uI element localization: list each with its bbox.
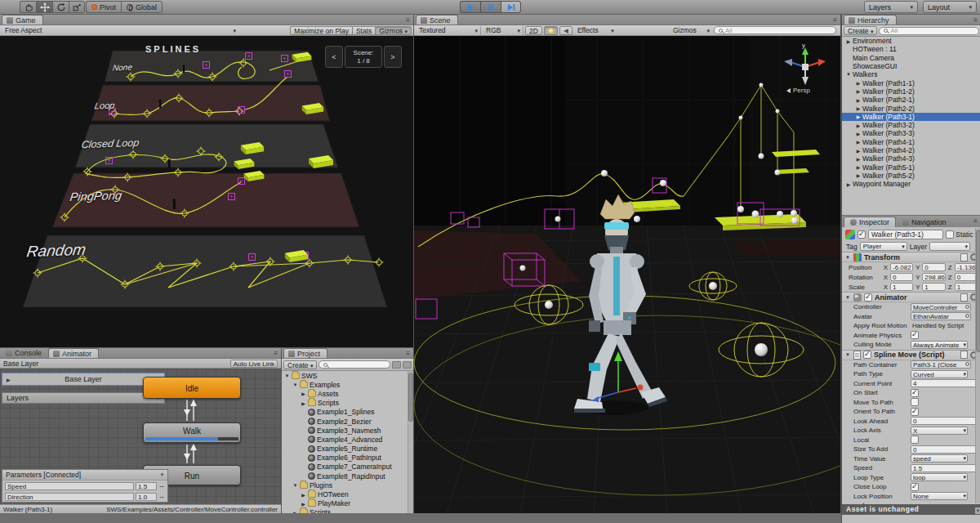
audio-toggle-button[interactable] — [559, 26, 572, 35]
hierarchy-item[interactable]: Walker (Path1-1) — [842, 78, 980, 87]
fold-arrow-icon[interactable] — [855, 114, 862, 119]
hierarchy-item[interactable]: Walker (Path3-3) — [842, 129, 980, 137]
hierarchy-item[interactable]: Walker (Path4-1) — [842, 138, 980, 146]
toggle-2d-button[interactable]: 2D — [525, 26, 542, 35]
fold-arrow-icon[interactable] — [855, 172, 862, 178]
layer-select[interactable] — [929, 242, 970, 251]
tab-hierarchy[interactable]: Hierarchy — [844, 15, 897, 25]
property-value[interactable]: EthanAvatar — [911, 312, 971, 320]
x-field[interactable]: 1 — [890, 283, 913, 291]
tab-project[interactable]: Project — [283, 348, 327, 358]
project-item[interactable]: Example3_Navmesh — [282, 426, 408, 435]
help-doc-icon[interactable] — [960, 293, 968, 302]
parameter-value-field[interactable]: 1.5 — [136, 482, 157, 490]
scrollbar-thumb[interactable] — [408, 373, 413, 422]
project-create-button[interactable]: Create ▾ — [283, 360, 317, 369]
spline-move-component-header[interactable]: ▼ Spline Move (Script) — [842, 350, 980, 360]
fold-arrow-icon[interactable] — [855, 123, 862, 128]
hierarchy-create-button[interactable]: Create ▾ — [844, 26, 877, 35]
panel-menu-icon[interactable]: ≡ — [973, 16, 978, 24]
hierarchy-item[interactable]: Walker (Path5-1) — [842, 163, 980, 171]
property-checkbox[interactable] — [911, 331, 919, 339]
hierarchy-item[interactable]: Walkers — [842, 70, 980, 78]
property-checkbox[interactable] — [911, 483, 919, 491]
hierarchy-search-input[interactable]: All — [879, 27, 979, 35]
scene-viewport[interactable]: y Persp — [414, 36, 840, 513]
pause-button[interactable] — [480, 1, 501, 13]
gizmos-button[interactable]: Gizmos ▾ — [375, 26, 412, 35]
tag-select[interactable]: Player — [860, 242, 907, 251]
fold-arrow-icon[interactable] — [845, 38, 852, 44]
static-checkbox[interactable] — [946, 230, 954, 239]
fold-arrow-icon[interactable] — [301, 391, 306, 396]
fold-arrow-icon[interactable] — [855, 148, 862, 154]
tab-game[interactable]: Game — [2, 15, 43, 25]
hierarchy-item[interactable]: Walker (Path1-2) — [842, 87, 980, 96]
property-value[interactable]: Curved — [911, 370, 968, 378]
add-parameter-button[interactable]: + — [160, 471, 164, 479]
tab-console[interactable]: Console — [2, 348, 48, 358]
hierarchy-item[interactable]: HOTween : 11 — [842, 45, 980, 53]
project-item[interactable]: HOTween — [282, 489, 408, 498]
next-scene-button[interactable]: > — [384, 46, 402, 68]
tab-navigation[interactable]: Navigation — [897, 217, 952, 227]
hierarchy-item[interactable]: Walker (Path4-2) — [842, 146, 980, 154]
hierarchy-item[interactable]: ShowcaseGUI — [842, 62, 980, 70]
fold-arrow-icon[interactable] — [855, 131, 862, 136]
scene-gizmos-dropdown[interactable]: Gizmos — [670, 26, 712, 35]
lighting-toggle-button[interactable] — [544, 26, 558, 35]
fold-arrow-icon[interactable] — [284, 373, 290, 378]
property-value[interactable]: speed — [911, 454, 968, 463]
aspect-dropdown[interactable]: Free Aspect — [2, 26, 238, 35]
panel-menu-icon[interactable]: ≡ — [833, 16, 837, 24]
fold-arrow-icon[interactable] — [301, 501, 306, 507]
breadcrumb[interactable]: Base Layer — [3, 360, 38, 368]
prev-scene-button[interactable]: < — [325, 46, 343, 68]
fold-arrow-icon[interactable] — [855, 156, 862, 162]
fold-arrow-icon[interactable]: ▼ — [845, 255, 851, 260]
state-node-walk[interactable]: Walk — [143, 422, 241, 443]
fold-arrow-icon[interactable] — [855, 164, 862, 170]
parameter-value-field[interactable]: 1.0 — [136, 493, 157, 501]
inspector-scrollbar[interactable] — [975, 228, 980, 503]
tab-scene[interactable]: Scene — [416, 15, 458, 25]
hierarchy-item[interactable]: Walker (Path2-2) — [842, 104, 980, 112]
project-item[interactable]: PlayMaker — [282, 499, 408, 508]
layout-dropdown[interactable]: Layout ▾ — [923, 1, 977, 13]
property-checkbox[interactable] — [911, 408, 919, 416]
fold-arrow-icon[interactable]: ▶ — [7, 377, 11, 382]
remove-parameter-button[interactable]: – — [158, 493, 165, 501]
animator-enabled-checkbox[interactable] — [864, 293, 872, 302]
search-by-type-icon[interactable] — [392, 361, 401, 369]
property-checkbox[interactable] — [911, 389, 919, 397]
property-checkbox[interactable] — [911, 436, 919, 444]
project-item[interactable]: Example4_Advanced — [282, 435, 408, 444]
help-doc-icon[interactable] — [960, 351, 968, 359]
hierarchy-item[interactable]: Waypoint Manager — [842, 180, 980, 188]
property-value[interactable]: loop — [911, 473, 968, 481]
color-mode-dropdown[interactable]: RGB — [483, 26, 523, 35]
hierarchy-item[interactable]: Walker (Path3-1) — [842, 113, 980, 121]
help-doc-icon[interactable] — [960, 253, 968, 262]
stats-button[interactable]: Stats — [352, 26, 375, 35]
fold-arrow-icon[interactable] — [301, 400, 306, 406]
persp-toggle[interactable]: Persp — [786, 87, 810, 94]
project-item[interactable]: Examples — [282, 380, 408, 389]
project-item[interactable]: SWS — [282, 371, 408, 380]
fold-arrow-icon[interactable] — [292, 382, 298, 387]
parameter-name-field[interactable]: Speed — [5, 482, 134, 490]
scale-tool-button[interactable] — [69, 1, 85, 13]
maximize-on-play-button[interactable]: Maximize on Play — [290, 26, 352, 35]
layers-dropdown[interactable]: Layers ▾ — [864, 1, 918, 13]
y-field[interactable]: 298.86 — [922, 273, 945, 281]
z-field[interactable]: 1 — [955, 283, 978, 291]
auto-live-link-button[interactable]: Auto Live Link — [230, 360, 278, 368]
move-tool-button[interactable] — [36, 1, 52, 13]
property-value[interactable]: 0 — [911, 445, 978, 454]
project-item[interactable]: Example1_Splines — [282, 408, 408, 417]
base-layer-item[interactable]: ▶ Base Layer — [2, 373, 165, 386]
fold-arrow-icon[interactable] — [845, 72, 852, 77]
panel-menu-icon[interactable]: ≡ — [274, 350, 278, 357]
effects-dropdown[interactable]: Effects — [574, 26, 617, 35]
scene-search-input[interactable]: All — [714, 26, 836, 34]
